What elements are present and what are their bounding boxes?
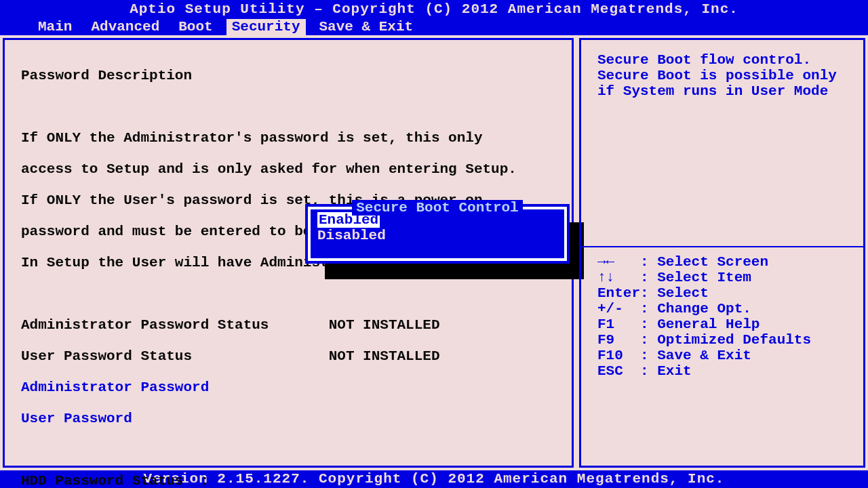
section-title: Password Description — [21, 68, 555, 83]
tab-save-exit[interactable]: Save & Exit — [314, 19, 419, 35]
tab-boot[interactable]: Boot — [173, 19, 218, 35]
main-panel: Password Description If ONLY the Adminis… — [3, 38, 574, 468]
tab-main[interactable]: Main — [33, 19, 77, 35]
admin-pw-status-label: Administrator Password Status — [21, 317, 269, 333]
hdd-pw-status-label: HDD Password Status : — [21, 473, 555, 488]
popup-option-disabled[interactable]: Disabled — [317, 228, 386, 243]
help-panel: Secure Boot flow control. Secure Boot is… — [579, 38, 865, 468]
key-hint: F10 : Save & Exit — [597, 348, 847, 363]
help-line: Secure Boot is possible only — [597, 68, 847, 83]
user-password-item[interactable]: User Password — [21, 411, 132, 426]
desc-line: If ONLY the Administrator's password is … — [21, 130, 555, 146]
secure-boot-control-popup: Secure Boot Control Enabled Disabled — [308, 207, 567, 261]
key-hint: →← : Select Screen — [597, 254, 847, 270]
menu-bar: Main Advanced Boot Security Save & Exit — [0, 19, 868, 35]
help-line: Secure Boot flow control. — [597, 52, 847, 68]
key-hint: ESC : Exit — [597, 363, 847, 379]
help-line: if System runs in User Mode — [597, 83, 847, 99]
user-pw-status-label: User Password Status — [21, 348, 192, 364]
administrator-password-item[interactable]: Administrator Password — [21, 380, 209, 395]
title-bar: Aptio Setup Utility – Copyright (C) 2012… — [0, 0, 868, 19]
tab-security[interactable]: Security — [226, 19, 306, 35]
admin-pw-status-value: NOT INSTALLED — [329, 317, 440, 333]
key-hint: +/- : Change Opt. — [597, 301, 847, 317]
popup-title: Secure Boot Control — [311, 200, 564, 216]
key-hint: F9 : Optimized Defaults — [597, 332, 847, 348]
tab-advanced[interactable]: Advanced — [85, 19, 165, 35]
key-hint: ↑↓ : Select Item — [597, 270, 847, 285]
key-hint: F1 : General Help — [597, 317, 847, 332]
help-divider — [581, 246, 863, 247]
desc-line: access to Setup and is only asked for wh… — [21, 161, 555, 177]
key-hint: Enter: Select — [597, 285, 847, 301]
user-pw-status-value: NOT INSTALLED — [329, 348, 440, 364]
